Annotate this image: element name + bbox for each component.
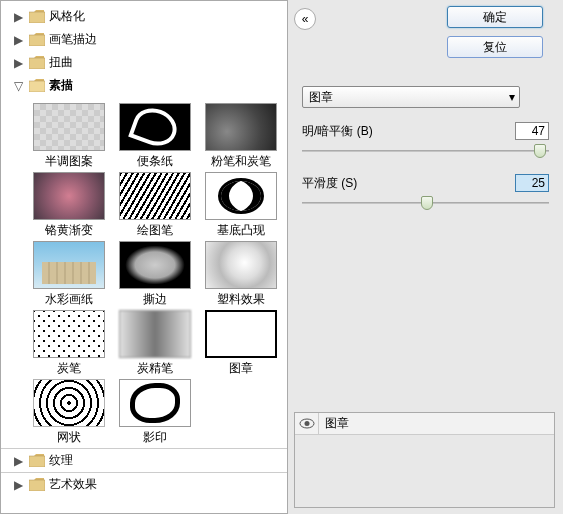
slider-0: 明/暗平衡 (B) xyxy=(302,122,549,160)
thumb-image xyxy=(33,241,105,289)
thumb-撕边[interactable]: 撕边 xyxy=(115,241,195,308)
tree-toggle-icon: ▶ xyxy=(11,454,25,468)
tree-label: 艺术效果 xyxy=(49,476,97,493)
thumb-image xyxy=(119,172,191,220)
thumb-image xyxy=(33,172,105,220)
slider-label: 明/暗平衡 (B) xyxy=(302,123,373,140)
thumb-label: 基底凸现 xyxy=(217,222,265,239)
thumb-炭笔[interactable]: 炭笔 xyxy=(29,310,109,377)
tree-item-0[interactable]: ▶ 风格化 xyxy=(1,5,287,28)
ok-button[interactable]: 确定 xyxy=(447,6,543,28)
svg-rect-0 xyxy=(29,12,45,23)
slider-label: 平滑度 (S) xyxy=(302,175,357,192)
thumb-label: 图章 xyxy=(229,360,253,377)
thumb-铬黄渐变[interactable]: 铬黄渐变 xyxy=(29,172,109,239)
thumb-label: 粉笔和炭笔 xyxy=(211,153,271,170)
thumb-label: 绘图笔 xyxy=(137,222,173,239)
thumb-绘图笔[interactable]: 绘图笔 xyxy=(115,172,195,239)
tree-label: 风格化 xyxy=(49,8,85,25)
thumb-水彩画纸[interactable]: 水彩画纸 xyxy=(29,241,109,308)
thumb-label: 网状 xyxy=(57,429,81,446)
folder-icon xyxy=(29,10,45,23)
filter-tree: ▶ 风格化▶ 画笔描边▶ 扭曲▽ 素描 xyxy=(1,1,287,97)
folder-icon xyxy=(29,478,45,491)
tree-label: 扭曲 xyxy=(49,54,73,71)
thumb-图章[interactable]: 图章 xyxy=(201,310,281,377)
tree-item-bottom-1[interactable]: ▶ 艺术效果 xyxy=(1,473,287,496)
svg-rect-3 xyxy=(29,81,45,92)
settings-panel: « 确定 复位 图章 ▾ 明/暗平衡 (B) 平滑度 (S) 图章 xyxy=(288,0,563,514)
slider-thumb[interactable] xyxy=(534,144,546,158)
thumb-image xyxy=(205,241,277,289)
layer-name: 图章 xyxy=(319,415,349,432)
thumb-image xyxy=(205,310,277,358)
slider-track[interactable] xyxy=(302,194,549,212)
collapse-icon: « xyxy=(302,12,309,26)
thumb-label: 铬黄渐变 xyxy=(45,222,93,239)
chevron-down-icon: ▾ xyxy=(509,90,515,104)
tree-toggle-icon: ▶ xyxy=(11,33,25,47)
thumb-image xyxy=(205,103,277,151)
tree-label: 纹理 xyxy=(49,452,73,469)
thumb-image xyxy=(119,310,191,358)
dropdown-selected-label: 图章 xyxy=(309,89,333,106)
thumb-image xyxy=(119,103,191,151)
tree-toggle-icon: ▶ xyxy=(11,10,25,24)
tree-label: 画笔描边 xyxy=(49,31,97,48)
tree-toggle-icon: ▶ xyxy=(11,478,25,492)
tree-item-bottom-0[interactable]: ▶ 纹理 xyxy=(1,449,287,472)
thumb-影印[interactable]: 影印 xyxy=(115,379,195,446)
collapse-button[interactable]: « xyxy=(294,8,316,30)
folder-icon xyxy=(29,454,45,467)
svg-rect-4 xyxy=(29,456,45,467)
action-buttons: 确定 复位 xyxy=(447,6,543,58)
layer-row[interactable]: 图章 xyxy=(295,413,554,435)
thumb-塑料效果[interactable]: 塑料效果 xyxy=(201,241,281,308)
thumb-label: 水彩画纸 xyxy=(45,291,93,308)
visibility-toggle[interactable] xyxy=(295,413,319,435)
thumb-image xyxy=(119,241,191,289)
svg-rect-2 xyxy=(29,58,45,69)
tree-toggle-icon: ▶ xyxy=(11,56,25,70)
thumb-label: 撕边 xyxy=(143,291,167,308)
thumb-基底凸现[interactable]: 基底凸现 xyxy=(201,172,281,239)
svg-rect-5 xyxy=(29,480,45,491)
thumb-label: 影印 xyxy=(143,429,167,446)
filter-thumbnail-grid: 半调图案 便条纸 粉笔和炭笔 铬黄渐变 绘图笔 基底凸现 水彩画纸 撕边 塑料效… xyxy=(1,97,287,448)
filter-type-dropdown[interactable]: 图章 ▾ xyxy=(302,86,520,108)
thumb-炭精笔[interactable]: 炭精笔 xyxy=(115,310,195,377)
slider-track[interactable] xyxy=(302,142,549,160)
tree-item-3[interactable]: ▽ 素描 xyxy=(1,74,287,97)
slider-value-input[interactable] xyxy=(515,122,549,140)
slider-value-input[interactable] xyxy=(515,174,549,192)
thumb-image xyxy=(33,103,105,151)
thumb-半调图案[interactable]: 半调图案 xyxy=(29,103,109,170)
thumb-label: 便条纸 xyxy=(137,153,173,170)
thumb-label: 炭笔 xyxy=(57,360,81,377)
tree-toggle-icon: ▽ xyxy=(11,79,25,93)
thumb-粉笔和炭笔[interactable]: 粉笔和炭笔 xyxy=(201,103,281,170)
thumb-label: 塑料效果 xyxy=(217,291,265,308)
svg-rect-1 xyxy=(29,35,45,46)
tree-item-1[interactable]: ▶ 画笔描边 xyxy=(1,28,287,51)
effect-layers-panel: 图章 xyxy=(294,412,555,508)
slider-thumb[interactable] xyxy=(421,196,433,210)
tree-label: 素描 xyxy=(49,77,73,94)
thumb-image xyxy=(33,310,105,358)
folder-icon xyxy=(29,79,45,92)
thumb-image xyxy=(119,379,191,427)
svg-point-7 xyxy=(304,421,309,426)
thumb-label: 半调图案 xyxy=(45,153,93,170)
reset-button[interactable]: 复位 xyxy=(447,36,543,58)
thumb-网状[interactable]: 网状 xyxy=(29,379,109,446)
thumb-image xyxy=(205,172,277,220)
thumb-便条纸[interactable]: 便条纸 xyxy=(115,103,195,170)
folder-icon xyxy=(29,33,45,46)
filter-category-panel: ▶ 风格化▶ 画笔描边▶ 扭曲▽ 素描 半调图案 便条纸 粉笔和炭笔 铬黄渐变 … xyxy=(0,0,288,514)
folder-icon xyxy=(29,56,45,69)
tree-item-2[interactable]: ▶ 扭曲 xyxy=(1,51,287,74)
thumb-label: 炭精笔 xyxy=(137,360,173,377)
thumb-image xyxy=(33,379,105,427)
slider-1: 平滑度 (S) xyxy=(302,174,549,212)
